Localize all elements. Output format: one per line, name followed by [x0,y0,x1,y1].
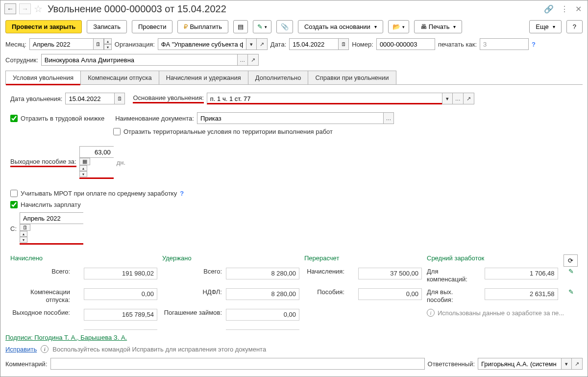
accrued-other: 26 190,48 [84,329,157,330]
attachment-icon-button[interactable]: 📎 [276,20,293,33]
print-button[interactable]: 🖶 Печать [414,20,463,33]
nav-forward-button[interactable]: → [19,3,31,14]
workbook-checkbox[interactable]: Отразить в трудовой книжке [10,115,104,122]
tab-vacation-compensation[interactable]: Компенсации отпуска [80,71,159,84]
tab-certificates[interactable]: Справки при увольнении [308,71,396,84]
reason-select-icon[interactable]: … [453,93,464,104]
territorial-checkbox[interactable]: Отразить территориальные условия по терр… [113,128,333,135]
from-calendar-icon[interactable]: 🗓 [20,224,30,231]
print-as-help-icon[interactable]: ? [532,41,536,48]
accrued-severance: 165 789,54 [84,309,157,321]
responsible-label: Ответственный: [428,360,475,368]
post-button[interactable]: Провести [132,20,173,33]
responsible-dropdown-icon[interactable]: ▾ [561,358,572,370]
reason-dropdown-icon[interactable]: ▾ [442,93,453,104]
withheld-total: 8 280,00 [226,268,299,279]
date-label: Дата: [270,41,286,48]
tab-additional[interactable]: Дополнительно [248,71,309,84]
employee-open-icon[interactable]: ↗ [248,54,259,66]
save-button[interactable]: Записать [87,20,127,33]
recalc-accruals: 37 500,00 [358,268,422,279]
avg-sev-edit-icon[interactable]: ✎ [568,288,574,296]
info-icon: i [427,309,435,317]
mrot-checkbox[interactable]: Учитывать МРОТ при оплате по среднему за… [10,190,177,197]
month-up-icon[interactable]: ▴ [104,38,112,44]
tab-accruals-deductions[interactable]: Начисления и удержания [159,71,248,84]
print-as-label: печатать как: [438,41,477,48]
withheld-loans: 0,00 [226,309,299,321]
pay-button[interactable]: ₽Выплатить [177,20,228,33]
severance-input[interactable] [79,146,114,158]
org-dropdown-icon[interactable]: ▾ [246,38,257,50]
reason-label: Основание увольнения: [133,94,203,103]
folder-icon-button[interactable]: 📂▾ [388,20,409,33]
from-down-icon[interactable]: ▾ [20,237,27,243]
date-calendar-icon[interactable]: 🗓 [338,38,349,50]
month-label: Месяц: [5,41,26,48]
dismissal-date-calendar-icon[interactable]: 🗓 [114,93,125,104]
number-input[interactable] [376,38,435,50]
fix-link[interactable]: Исправить [5,346,37,353]
month-input[interactable] [29,38,93,50]
reason-input[interactable] [207,93,442,104]
fix-info-icon: i [41,345,49,353]
employee-select-icon[interactable]: … [237,54,248,66]
month-calendar-icon[interactable]: 🗓 [93,38,104,50]
org-input[interactable] [158,38,246,50]
docname-label: Наименование документа: [115,115,194,122]
withheld-ndfl: 8 280,00 [226,288,299,300]
more-button[interactable]: Еще [529,20,561,33]
accrue-salary-checkbox[interactable]: Начислить зарплату [10,201,81,208]
withheld-title: Удержано [162,254,299,262]
dismissal-date-label: Дата увольнения: [10,95,62,102]
severance-unit: дн. [117,159,125,166]
severance-down-icon[interactable]: ▾ [79,171,87,177]
favorite-star-icon[interactable]: ☆ [34,3,43,15]
refresh-button[interactable]: ⟳ [564,254,578,267]
date-input[interactable] [289,38,338,50]
print-as-input[interactable] [480,38,529,50]
nav-back-button[interactable]: ← [4,3,16,14]
recalc-benefits: 0,00 [358,288,422,300]
list-icon-button[interactable]: ▤ [233,20,248,33]
help-button[interactable]: ? [566,20,583,33]
signatures-link[interactable]: Подписи: Погодина Т. А., Барышева З. А. [5,334,127,341]
severance-label: Выходное пособие за: [10,158,76,165]
accrued-title: Начислено [10,254,157,262]
docname-input[interactable] [197,112,383,124]
window-title: Увольнение 0000-000003 от 15.04.2022 [46,3,539,15]
from-input[interactable] [20,212,83,224]
responsible-open-icon[interactable]: ↗ [572,358,583,370]
close-icon[interactable]: ✕ [573,4,584,14]
docname-select-icon[interactable]: … [383,112,394,124]
fix-note: Воспользуйтесь командой Исправить для ис… [52,346,266,353]
number-label: Номер: [352,41,373,48]
avg-comp-edit-icon[interactable]: ✎ [568,268,574,275]
edit-icon-button[interactable]: ✎▾ [253,20,271,33]
comment-label: Комментарий: [5,360,48,368]
org-label: Организация: [115,41,155,48]
from-up-icon[interactable]: ▴ [20,231,27,237]
severance-calc-icon[interactable]: ▦ [79,158,90,165]
avg-title: Средний заработок [427,254,574,262]
avg-for-sev: 2 631,58 [485,288,558,300]
employee-input[interactable] [41,54,237,66]
post-and-close-button[interactable]: Провести и закрыть [5,20,82,33]
avg-note: Использованы данные о заработке за пе... [438,309,564,317]
tab-dismissal-conditions[interactable]: Условия увольнения [5,71,81,85]
severance-up-icon[interactable]: ▴ [79,165,87,171]
accrued-total: 191 980,02 [84,268,157,279]
org-open-icon[interactable]: ↗ [257,38,268,50]
dismissal-date-input[interactable] [65,93,114,104]
responsible-input[interactable] [478,358,561,370]
reason-open-icon[interactable]: ↗ [464,93,474,104]
comment-input[interactable] [50,358,425,370]
employee-label: Сотрудник: [5,56,38,64]
month-down-icon[interactable]: ▾ [104,44,112,50]
link-icon[interactable]: 🔗 [542,4,556,14]
kebab-menu-icon[interactable]: ⋮ [559,4,570,14]
mrot-help-icon[interactable]: ? [180,190,184,197]
withheld-other: 0,00 [226,329,299,330]
avg-for-comp: 1 706,48 [485,268,558,279]
create-based-on-button[interactable]: Создать на основании [298,20,383,33]
